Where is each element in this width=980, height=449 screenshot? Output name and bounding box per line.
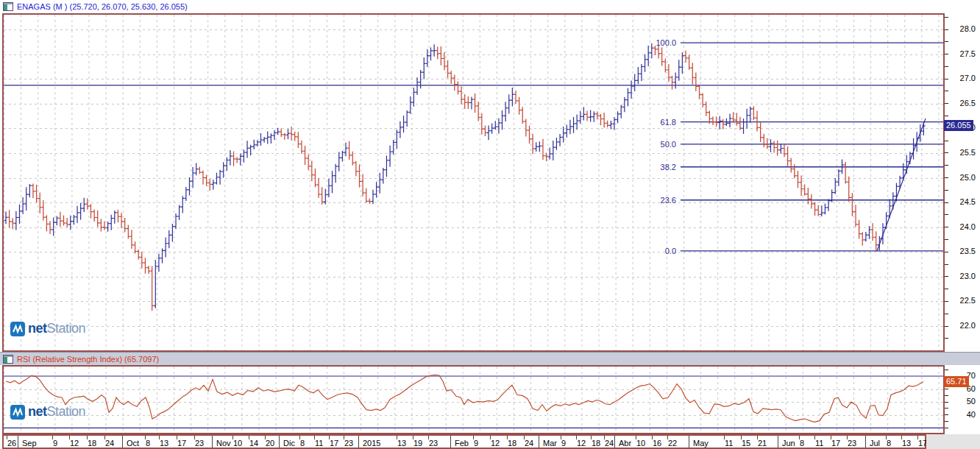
ohlc-bar bbox=[402, 116, 405, 132]
price-axis-tick bbox=[945, 165, 948, 166]
date-label: 11 bbox=[725, 439, 733, 448]
rsi-titlebar[interactable]: RSI (Relative Strength Index) (65.7097) bbox=[0, 352, 980, 365]
ohlc-bar bbox=[35, 185, 38, 202]
fib-label-61.8: 61.8 bbox=[661, 118, 676, 127]
ohlc-bar bbox=[177, 205, 181, 221]
date-label: 23 bbox=[195, 439, 204, 448]
date-label: 8 bbox=[146, 439, 150, 448]
trend-line[interactable] bbox=[877, 119, 926, 251]
ohlc-bar bbox=[202, 171, 205, 185]
date-label: 18 bbox=[88, 439, 96, 448]
ohlc-bar bbox=[341, 151, 344, 162]
ohlc-bar bbox=[150, 266, 154, 311]
price-axis-tick bbox=[945, 338, 948, 339]
ohlc-bar bbox=[164, 238, 168, 258]
ohlc-bar bbox=[844, 162, 848, 183]
ohlc-bar bbox=[691, 63, 695, 84]
month-separator bbox=[212, 436, 213, 448]
ohlc-bar bbox=[391, 140, 395, 155]
ohlc-bar bbox=[361, 174, 365, 197]
date-axis[interactable]: 26Sep9121824Oct8131723Nov101420Dic811172… bbox=[2, 434, 926, 449]
ohlc-bar bbox=[385, 155, 388, 177]
ohlc-bar bbox=[511, 88, 514, 106]
ohlc-bar bbox=[626, 88, 630, 107]
ohlc-bar bbox=[337, 152, 341, 171]
ohlc-bar bbox=[252, 140, 256, 149]
ohlc-bar bbox=[497, 119, 501, 134]
ohlc-bar bbox=[494, 121, 497, 130]
month-separator bbox=[279, 436, 280, 448]
ohlc-bar bbox=[422, 57, 426, 79]
date-label: 20 bbox=[266, 439, 274, 448]
price-bars[interactable] bbox=[4, 43, 926, 311]
ohlc-bar bbox=[86, 198, 90, 210]
date-label: 9 bbox=[53, 439, 57, 448]
ohlc-bar bbox=[238, 153, 242, 165]
ohlc-bar bbox=[490, 123, 494, 133]
date-label: 23 bbox=[848, 439, 856, 448]
ohlc-bar bbox=[205, 174, 208, 186]
ohlc-bar bbox=[21, 197, 25, 214]
ohlc-bar bbox=[334, 164, 338, 183]
ohlc-bar bbox=[718, 116, 722, 130]
ohlc-bar bbox=[32, 184, 35, 199]
ohlc-bar bbox=[609, 121, 613, 130]
ohlc-bar bbox=[636, 67, 640, 84]
price-axis-tick bbox=[945, 91, 948, 91]
ohlc-bar bbox=[405, 110, 409, 127]
netstation-logo-icon-rsi bbox=[10, 405, 25, 420]
date-label: Abr bbox=[619, 439, 631, 448]
date-label: 12 bbox=[577, 439, 586, 448]
price-axis-tick bbox=[945, 54, 948, 54]
ohlc-bar bbox=[517, 97, 521, 115]
logo-text-station: Station bbox=[47, 404, 86, 419]
date-label: 17 bbox=[831, 439, 840, 448]
ohlc-bar bbox=[313, 169, 317, 187]
ohlc-bar bbox=[7, 210, 11, 227]
ohlc-bar bbox=[769, 139, 773, 152]
price-axis-tick bbox=[945, 116, 948, 116]
ohlc-bar bbox=[466, 96, 470, 109]
date-label: 16 bbox=[653, 439, 661, 448]
ohlc-bar bbox=[572, 117, 575, 133]
ohlc-bar bbox=[697, 85, 701, 99]
ohlc-bar bbox=[731, 112, 735, 122]
ohlc-bar bbox=[283, 133, 287, 140]
date-label: 12 bbox=[70, 439, 79, 448]
ohlc-bar bbox=[874, 231, 878, 251]
ohlc-bar bbox=[351, 152, 355, 166]
ohlc-bar bbox=[256, 140, 260, 146]
ohlc-bar bbox=[544, 152, 548, 161]
price-axis-tick bbox=[945, 177, 948, 178]
ohlc-bar bbox=[504, 102, 508, 121]
ohlc-bar bbox=[141, 252, 144, 269]
main-chart-plot[interactable]: 100.061.850.038.223.60.0 bbox=[4, 15, 943, 350]
fibonacci-retracement[interactable]: 100.061.850.038.223.60.0 bbox=[656, 38, 943, 255]
ohlc-bar bbox=[450, 71, 453, 84]
ohlc-bar bbox=[783, 144, 787, 157]
ohlc-bar bbox=[647, 46, 650, 66]
corner-filler bbox=[926, 434, 980, 449]
price-axis-tick bbox=[945, 301, 948, 302]
ohlc-bar bbox=[531, 134, 535, 155]
main-chart-titlebar[interactable]: ENAGAS (M ) (25.720, 26.070, 25.630, 26.… bbox=[0, 0, 980, 13]
ohlc-bar bbox=[221, 162, 225, 177]
ohlc-bar bbox=[106, 222, 110, 232]
price-axis-tick bbox=[945, 227, 948, 227]
price-axis-tick bbox=[945, 239, 948, 240]
ohlc-bar bbox=[861, 232, 864, 245]
month-separator bbox=[614, 436, 615, 448]
rsi-plot[interactable] bbox=[4, 367, 943, 433]
ohlc-bar bbox=[113, 211, 117, 224]
logo-text-net: net bbox=[28, 321, 47, 336]
ohlc-bar bbox=[633, 74, 636, 91]
price-axis-tick bbox=[945, 276, 948, 277]
ohlc-bar bbox=[660, 48, 664, 66]
main-chart-title: ENAGAS (M ) (25.720, 26.070, 25.630, 26.… bbox=[17, 2, 188, 11]
date-label: 14 bbox=[249, 439, 258, 448]
rsi-axis-tick bbox=[945, 421, 948, 422]
price-axis-tick bbox=[945, 141, 948, 141]
date-label: 10 bbox=[233, 439, 242, 448]
ohlc-bar bbox=[500, 110, 504, 130]
date-label: Mar bbox=[543, 439, 557, 448]
